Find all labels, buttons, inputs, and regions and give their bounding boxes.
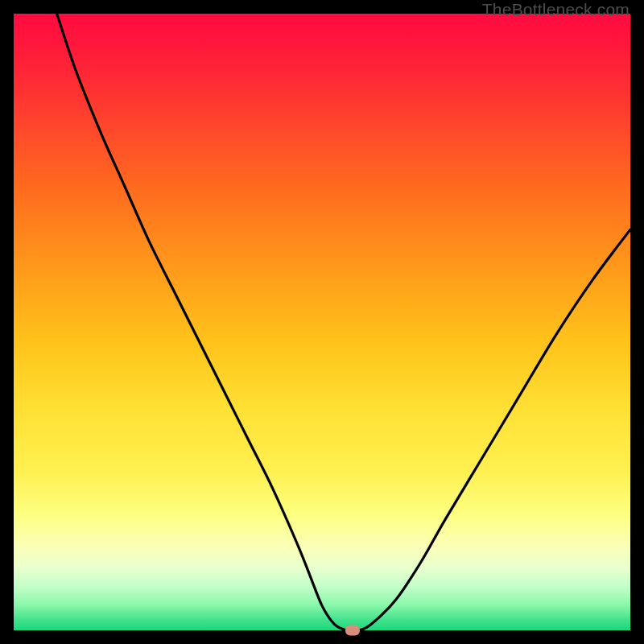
bottleneck-curve xyxy=(57,14,630,631)
chart-curve-svg xyxy=(14,14,630,630)
optimal-point-marker xyxy=(345,625,360,636)
chart-frame: TheBottleneck.com xyxy=(0,0,644,644)
watermark-text: TheBottleneck.com xyxy=(482,0,630,19)
